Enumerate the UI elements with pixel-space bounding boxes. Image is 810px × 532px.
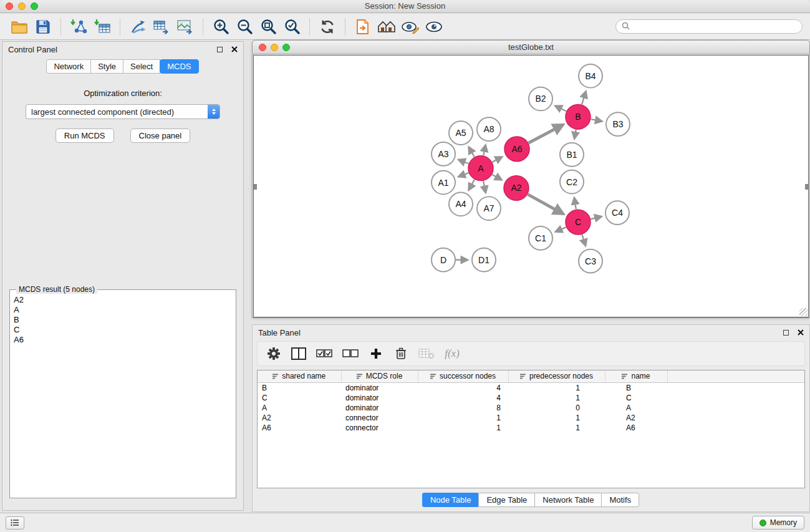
unselect-all-icon[interactable] <box>342 346 359 362</box>
graph-edge-A2-C[interactable] <box>528 195 563 214</box>
table-row[interactable]: A6connector11A6 <box>258 423 804 433</box>
table-row[interactable]: Adominator80A <box>258 403 804 413</box>
graph-node-B2[interactable]: B2 <box>529 87 552 111</box>
graph-edge-A-A3[interactable] <box>458 160 468 163</box>
cell-predecessor-nodes[interactable]: 1 <box>508 423 605 433</box>
criterion-dropdown[interactable]: largest connected component (directed) <box>26 104 220 119</box>
table-row[interactable]: Cdominator41C <box>258 393 804 403</box>
cell-shared-name[interactable]: A <box>258 403 341 413</box>
graph-node-C2[interactable]: C2 <box>560 170 584 194</box>
graph-node-D[interactable]: D <box>432 248 455 272</box>
cell-shared-name[interactable]: A6 <box>258 423 341 433</box>
mcds-result-item[interactable]: A6 <box>14 335 232 345</box>
tab-select[interactable]: Select <box>123 59 160 74</box>
task-history-icon[interactable] <box>6 516 24 530</box>
open-session-file-icon[interactable] <box>351 16 375 38</box>
open-file-icon[interactable] <box>7 16 31 38</box>
cell-successor-nodes[interactable]: 4 <box>418 383 508 394</box>
cell-name[interactable]: A6 <box>605 423 667 433</box>
tab-node-table[interactable]: Node Table <box>422 493 480 507</box>
cell-successor-nodes[interactable]: 4 <box>418 393 508 403</box>
graph-edge-A-A4[interactable] <box>469 180 475 190</box>
cell-name[interactable]: A <box>605 403 667 413</box>
function-builder-icon[interactable]: f(x) <box>445 346 460 362</box>
tab-edge-table[interactable]: Edge Table <box>478 493 535 507</box>
search-input[interactable] <box>633 22 796 31</box>
cell-name[interactable]: B <box>605 383 667 394</box>
graph-node-A8[interactable]: A8 <box>477 117 501 141</box>
zoom-selected-icon[interactable] <box>280 16 304 38</box>
cell-successor-nodes[interactable]: 1 <box>418 423 508 433</box>
graph-node-A3[interactable]: A3 <box>432 142 455 166</box>
zoom-fit-icon[interactable] <box>256 16 280 38</box>
mcds-result-item[interactable]: C <box>14 325 232 335</box>
cell-predecessor-nodes[interactable]: 1 <box>508 383 605 394</box>
run-mcds-button[interactable]: Run MCDS <box>55 128 114 143</box>
graph-edge-B-B4[interactable] <box>582 91 586 104</box>
mcds-result-item[interactable]: B <box>14 315 232 325</box>
graph-edge-B-B1[interactable] <box>574 130 576 138</box>
search-box[interactable] <box>615 19 803 34</box>
graph-node-C3[interactable]: C3 <box>579 249 602 273</box>
cell-successor-nodes[interactable]: 8 <box>418 403 508 413</box>
import-network-icon[interactable] <box>67 16 90 38</box>
graph-node-C1[interactable]: C1 <box>529 226 552 250</box>
graph-node-B[interactable]: B <box>566 104 591 129</box>
graph-edge-C-C2[interactable] <box>574 198 576 209</box>
network-window-titlebar[interactable]: testGlobe.txt <box>253 41 809 54</box>
network-minimize-button[interactable] <box>271 44 278 51</box>
cell-MCDS-role[interactable]: connector <box>341 423 418 433</box>
cell-shared-name[interactable]: B <box>258 383 341 394</box>
graph-edge-C-C3[interactable] <box>582 235 586 246</box>
resize-grip-left[interactable] <box>254 184 257 190</box>
cell-name[interactable]: A2 <box>605 413 667 423</box>
graph-edge-A-A1[interactable] <box>458 173 468 177</box>
home-icon[interactable] <box>375 16 398 38</box>
graph-node-D1[interactable]: D1 <box>472 248 496 272</box>
export-image-icon[interactable] <box>173 16 197 38</box>
graph-node-B4[interactable]: B4 <box>579 64 602 88</box>
cell-predecessor-nodes[interactable]: 0 <box>508 403 605 413</box>
tab-mcds[interactable]: MCDS <box>160 59 198 74</box>
table-row[interactable]: Bdominator41B <box>258 383 804 394</box>
cell-predecessor-nodes[interactable]: 1 <box>508 393 605 403</box>
graph-node-A[interactable]: A <box>468 156 493 181</box>
graph-edge-B-B3[interactable] <box>591 119 602 121</box>
import-table-icon[interactable] <box>90 16 114 38</box>
resize-corner-grip[interactable] <box>799 308 808 316</box>
eye-icon[interactable] <box>422 16 446 38</box>
graph-node-A2[interactable]: A2 <box>504 176 529 201</box>
cell-shared-name[interactable]: A2 <box>258 413 341 423</box>
graph-edge-A-A5[interactable] <box>469 147 475 157</box>
mcds-result-item[interactable]: A2 <box>14 295 232 305</box>
tab-motifs[interactable]: Motifs <box>601 493 639 507</box>
show-graphics-details-icon[interactable] <box>398 16 422 38</box>
tab-style[interactable]: Style <box>90 59 123 74</box>
graph-edge-C-C4[interactable] <box>591 216 601 219</box>
network-zoom-button[interactable] <box>282 44 290 51</box>
cell-MCDS-role[interactable]: dominator <box>341 403 418 413</box>
column-header-MCDS-role[interactable]: MCDS role <box>341 370 418 383</box>
export-table-icon[interactable] <box>150 16 173 38</box>
export-network-icon[interactable] <box>126 16 150 38</box>
cell-MCDS-role[interactable]: connector <box>341 413 418 423</box>
graph-node-A7[interactable]: A7 <box>477 196 501 220</box>
float-panel-icon[interactable] <box>217 47 223 52</box>
close-window-button[interactable] <box>6 2 13 10</box>
graph-edge-A-A8[interactable] <box>483 145 486 155</box>
delete-row-icon[interactable] <box>393 346 408 362</box>
cell-name[interactable]: C <box>605 393 667 403</box>
column-header-shared-name[interactable]: shared name <box>258 370 341 383</box>
close-table-panel-icon[interactable] <box>798 329 804 336</box>
graph-node-A5[interactable]: A5 <box>449 121 473 145</box>
graph-edge-A-A6[interactable] <box>493 157 503 162</box>
column-header-successor-nodes[interactable]: successor nodes <box>418 370 508 383</box>
table-row[interactable]: A2connector11A2 <box>258 413 804 423</box>
fullscreen-window-button[interactable] <box>31 2 38 10</box>
close-panel-button[interactable]: Close panel <box>130 128 191 143</box>
cell-predecessor-nodes[interactable]: 1 <box>508 413 605 423</box>
table-settings-gear-icon[interactable] <box>266 346 281 362</box>
graph-edge-C-C1[interactable] <box>556 227 566 231</box>
graph-node-A6[interactable]: A6 <box>504 137 529 162</box>
graph-node-C4[interactable]: C4 <box>605 201 629 225</box>
